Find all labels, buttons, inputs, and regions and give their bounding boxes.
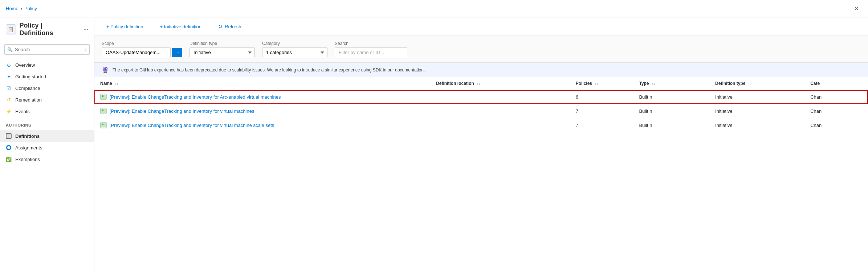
overview-icon: ⊙ [6, 62, 12, 68]
cell-type: BuiltIn [633, 118, 709, 132]
cell-type: BuiltIn [633, 104, 709, 118]
breadcrumb-policy[interactable]: Policy [24, 6, 37, 11]
policy-link-2[interactable]: [Preview]: Enable ChangeTracking and Inv… [100, 108, 424, 114]
refresh-icon: ↻ [218, 24, 223, 29]
sidebar-item-remediation[interactable]: ↺ Remediation [0, 94, 94, 106]
definitions-table: Name ↑↓ Definition location ↑↓ Policies … [94, 77, 868, 132]
cell-definition-type: Initiative [709, 90, 804, 104]
table-row[interactable]: [Preview]: Enable ChangeTracking and Inv… [94, 104, 868, 118]
close-button[interactable]: ✕ [851, 3, 862, 14]
col-header-category: Cate [804, 77, 868, 90]
search-icon: 🔍 [7, 47, 13, 52]
table-container: Name ↑↓ Definition location ↑↓ Policies … [94, 77, 868, 272]
sidebar-item-assignments-label: Assignments [15, 145, 42, 151]
policy-row-icon [100, 122, 107, 128]
category-label: Category [262, 41, 327, 46]
svg-rect-5 [101, 95, 106, 99]
sidebar-item-overview[interactable]: ⊙ Overview [0, 59, 94, 71]
notice-icon: 🔮 [102, 66, 109, 73]
cell-policies: 7 [570, 104, 633, 118]
page-title: Policy | Definitions [20, 22, 77, 37]
sidebar-item-assignments[interactable]: Assignments [0, 142, 94, 153]
col-header-policies[interactable]: Policies ↑↓ [570, 77, 633, 90]
filters-bar: Scope ··· Definition type Initiative Cat… [94, 36, 868, 63]
sidebar-item-remediation-label: Remediation [15, 97, 42, 103]
nav-section-main: ⊙ Overview ✦ Getting started ☑ Complianc… [0, 58, 94, 119]
sidebar-header: 📋 Policy | Definitions ··· [0, 17, 94, 41]
category-select[interactable]: 1 categories [262, 48, 327, 57]
scope-input[interactable] [102, 48, 171, 57]
svg-rect-12 [102, 124, 103, 125]
table-row[interactable]: [Preview]: Enable ChangeTracking and Inv… [94, 90, 868, 104]
sidebar-item-events[interactable]: ⚡ Events [0, 106, 94, 117]
policies-sort-icon[interactable]: ↑↓ [595, 82, 598, 86]
cell-category: Chan [804, 90, 868, 104]
svg-point-3 [7, 146, 10, 149]
search-filter-group: Search [335, 41, 407, 57]
definition-type-select[interactable]: Initiative [190, 48, 255, 57]
location-sort-icon[interactable]: ↑↓ [477, 82, 480, 86]
nav-section-authoring: Definitions Assignments ✅ Exemptions [0, 129, 94, 166]
sidebar-item-definitions-label: Definitions [15, 133, 40, 139]
page-ellipsis[interactable]: ··· [83, 26, 88, 33]
table-row[interactable]: [Preview]: Enable ChangeTracking and Inv… [94, 118, 868, 132]
assignments-icon [6, 145, 12, 151]
notice-text: The export to GitHub experience has been… [113, 67, 425, 73]
notice-bar: 🔮 The export to GitHub experience has be… [94, 63, 868, 77]
deftype-sort-icon[interactable]: ↑↓ [748, 82, 752, 86]
compliance-icon: ☑ [6, 85, 12, 91]
collapse-sidebar-btn[interactable]: 《 [83, 47, 87, 52]
sidebar-item-exemptions-label: Exemptions [15, 157, 40, 162]
cell-category: Chan [804, 118, 868, 132]
events-icon: ⚡ [6, 108, 12, 114]
cell-location [430, 104, 570, 118]
policy-definition-button[interactable]: + Policy definition [102, 21, 148, 32]
scope-dots-button[interactable]: ··· [172, 48, 182, 57]
getting-started-icon: ✦ [6, 74, 12, 79]
cell-location [430, 90, 570, 104]
type-sort-icon[interactable]: ↑↓ [652, 82, 655, 86]
col-header-type[interactable]: Type ↑↓ [633, 77, 709, 90]
filter-search-input[interactable] [335, 48, 407, 57]
policy-link-1[interactable]: [Preview]: Enable ChangeTracking and Inv… [100, 94, 424, 100]
svg-rect-1 [7, 134, 11, 138]
toolbar: + Policy definition + Initiative definit… [94, 17, 868, 36]
svg-rect-9 [102, 110, 103, 111]
initiative-definition-button[interactable]: + Initiative definition [155, 21, 207, 32]
scope-filter-row: ··· [102, 48, 182, 57]
cell-policies: 6 [570, 90, 633, 104]
breadcrumb-home[interactable]: Home [6, 6, 19, 11]
cell-location [430, 118, 570, 132]
search-box: 🔍 《 [4, 44, 90, 55]
sidebar-item-compliance-label: Compliance [15, 86, 40, 91]
sidebar-item-definitions[interactable]: Definitions [0, 130, 94, 142]
svg-rect-8 [101, 109, 106, 113]
definition-type-filter-group: Definition type Initiative [190, 41, 255, 57]
table-header-row: Name ↑↓ Definition location ↑↓ Policies … [94, 77, 868, 90]
category-filter-group: Category 1 categories [262, 41, 327, 57]
sidebar-item-getting-started[interactable]: ✦ Getting started [0, 71, 94, 82]
breadcrumb: Home › Policy [6, 6, 37, 11]
col-header-name[interactable]: Name ↑↓ [94, 77, 430, 90]
sidebar-item-events-label: Events [15, 109, 30, 114]
cell-definition-type: Initiative [709, 104, 804, 118]
refresh-button[interactable]: ↻ Refresh [213, 21, 246, 32]
name-sort-icon[interactable]: ↑↓ [115, 82, 118, 86]
cell-type: BuiltIn [633, 90, 709, 104]
sidebar-item-compliance[interactable]: ☑ Compliance [0, 82, 94, 94]
sidebar-item-overview-label: Overview [15, 62, 35, 68]
remediation-icon: ↺ [6, 97, 12, 103]
cell-definition-type: Initiative [709, 118, 804, 132]
col-header-definition-type[interactable]: Definition type ↑↓ [709, 77, 804, 90]
filter-search-label: Search [335, 41, 407, 46]
policy-link-3[interactable]: [Preview]: Enable ChangeTracking and Inv… [100, 122, 424, 128]
search-input[interactable] [4, 44, 90, 55]
col-header-definition-location[interactable]: Definition location ↑↓ [430, 77, 570, 90]
sidebar-item-exemptions[interactable]: ✅ Exemptions [0, 153, 94, 165]
sidebar-policy-icon: 📋 [6, 24, 16, 34]
definitions-icon [6, 133, 12, 139]
policy-row-icon [100, 108, 107, 114]
svg-rect-11 [101, 123, 106, 127]
svg-rect-6 [102, 95, 103, 97]
policy-row-icon [100, 94, 107, 100]
